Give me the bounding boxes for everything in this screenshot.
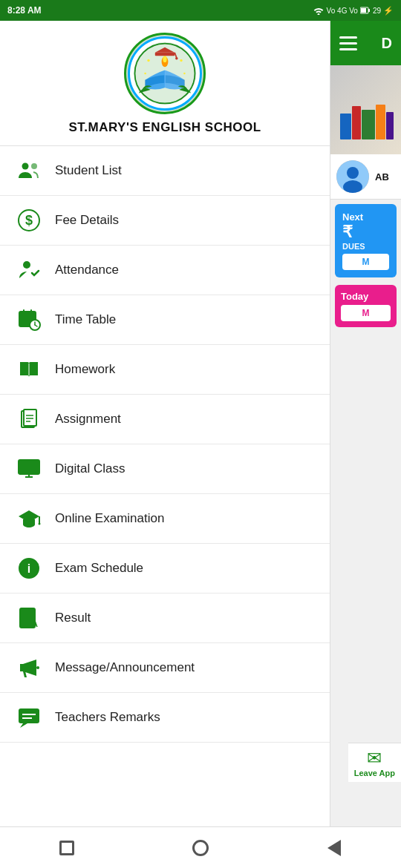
comment-icon	[15, 703, 43, 731]
sidebar-item-attendance[interactable]: Attendance	[0, 246, 330, 295]
battery-icon	[360, 6, 371, 15]
wifi-icon	[313, 6, 325, 15]
svg-point-12	[180, 59, 183, 62]
email-icon: ✉	[354, 748, 395, 769]
dues-button[interactable]: M	[342, 254, 389, 270]
calendar-clock-icon	[15, 306, 43, 334]
right-panel: D	[330, 21, 401, 826]
graduation-icon	[15, 504, 43, 533]
svg-rect-7	[155, 53, 175, 56]
sidebar-item-teachers-remarks[interactable]: Teachers Remarks	[0, 693, 330, 743]
banner-books-image	[330, 65, 401, 154]
menu-list: Student List $ Fee Details	[0, 146, 330, 743]
today-card: Today M	[335, 285, 397, 327]
circle-icon	[192, 840, 209, 856]
svg-marker-48	[20, 723, 27, 728]
nav-square-button[interactable]	[52, 833, 82, 863]
charging-icon: ⚡	[383, 6, 394, 16]
dues-card: Next ₹ DUES M	[335, 204, 397, 277]
nav-home-button[interactable]	[186, 833, 215, 863]
svg-rect-52	[352, 106, 361, 139]
today-button[interactable]: M	[341, 305, 391, 321]
hamburger-button[interactable]	[339, 36, 357, 50]
svg-point-14	[183, 73, 186, 75]
school-name: ST.MARY'S ENGLISH SCHOOL	[68, 120, 261, 135]
dues-label: DUES	[342, 242, 389, 251]
bottom-navigation	[0, 826, 401, 868]
profile-area: AB	[330, 154, 401, 200]
status-icons: Vo 4G Vo 29 ⚡	[313, 6, 394, 16]
student-list-label: Student List	[55, 163, 122, 178]
leave-app-label: Leave App	[354, 769, 395, 777]
sidebar-item-digital-class[interactable]: Digital Class	[0, 444, 330, 494]
svg-rect-1	[361, 8, 366, 13]
sidebar-item-online-examination[interactable]: Online Examination	[0, 494, 330, 544]
nav-back-button[interactable]	[319, 833, 349, 863]
books-svg	[333, 76, 400, 143]
digital-class-label: Digital Class	[55, 461, 125, 476]
teachers-remarks-label: Teachers Remarks	[55, 710, 160, 725]
svg-point-46	[36, 666, 39, 669]
monitor-icon	[15, 455, 43, 483]
svg-point-38	[39, 523, 41, 525]
banner-area	[330, 65, 401, 154]
dues-next-label: Next	[342, 211, 389, 223]
svg-rect-53	[362, 110, 375, 139]
message-announcement-label: Message/Announcement	[55, 660, 195, 675]
svg-rect-2	[368, 9, 370, 12]
status-bar: 8:28 AM Vo 4G Vo 29 ⚡	[0, 0, 401, 21]
svg-rect-55	[386, 112, 394, 139]
attendance-label: Attendance	[55, 263, 119, 277]
svg-point-19	[23, 261, 30, 269]
svg-point-13	[144, 73, 146, 75]
sidebar-item-message-announcement[interactable]: Message/Announcement	[0, 643, 330, 693]
svg-rect-54	[376, 105, 385, 139]
svg-text:A: A	[32, 619, 38, 628]
school-logo	[124, 33, 206, 114]
sidebar-drawer: ST.MARY'S ENGLISH SCHOOL Student List	[0, 21, 330, 826]
right-top-bar: D	[330, 21, 401, 65]
logo-svg	[132, 41, 198, 106]
assignment-label: Assignment	[55, 412, 121, 427]
online-examination-label: Online Examination	[55, 511, 164, 526]
signal-text: Vo 4G Vo	[327, 7, 358, 15]
dues-amount: ₹	[342, 223, 389, 242]
book-open-icon	[15, 355, 43, 384]
exam-schedule-label: Exam Schedule	[55, 561, 143, 576]
square-icon	[59, 841, 74, 855]
sidebar-item-result[interactable]: A Result	[0, 594, 330, 643]
sidebar-item-exam-schedule[interactable]: i Exam Schedule	[0, 544, 330, 594]
svg-point-57	[347, 167, 359, 179]
papers-icon	[15, 405, 43, 433]
sidebar-item-student-list[interactable]: Student List	[0, 146, 330, 196]
time-table-label: Time Table	[55, 312, 116, 327]
sidebar-item-assignment[interactable]: Assignment	[0, 395, 330, 444]
svg-text:$: $	[25, 213, 33, 228]
status-time-network: 8:28 AM	[7, 5, 42, 16]
sidebar-header: ST.MARY'S ENGLISH SCHOOL	[0, 21, 330, 146]
app-layout: ST.MARY'S ENGLISH SCHOOL Student List	[0, 21, 401, 826]
svg-rect-29	[24, 410, 36, 426]
people-icon	[15, 157, 43, 185]
fee-details-label: Fee Details	[55, 213, 119, 228]
back-triangle-icon	[327, 840, 341, 856]
sidebar-item-time-table[interactable]: Time Table	[0, 295, 330, 345]
svg-point-6	[163, 56, 166, 62]
dollar-icon: $	[15, 206, 43, 234]
result-label: Result	[55, 611, 91, 625]
svg-rect-33	[19, 460, 39, 474]
info-circle-icon: i	[15, 554, 43, 582]
homework-label: Homework	[55, 362, 115, 377]
sidebar-item-homework[interactable]: Homework	[0, 345, 330, 395]
user-initial: D	[382, 35, 392, 52]
battery-text: 29	[373, 7, 381, 15]
svg-rect-47	[19, 708, 39, 723]
sidebar-item-fee-details[interactable]: $ Fee Details	[0, 196, 330, 246]
svg-point-11	[147, 59, 150, 62]
megaphone-icon	[15, 654, 43, 682]
svg-point-16	[31, 163, 37, 169]
svg-point-15	[22, 163, 29, 170]
leave-app-area: ✉ Leave App	[348, 743, 401, 782]
svg-point-10	[175, 57, 178, 60]
profile-avatar	[336, 160, 369, 193]
